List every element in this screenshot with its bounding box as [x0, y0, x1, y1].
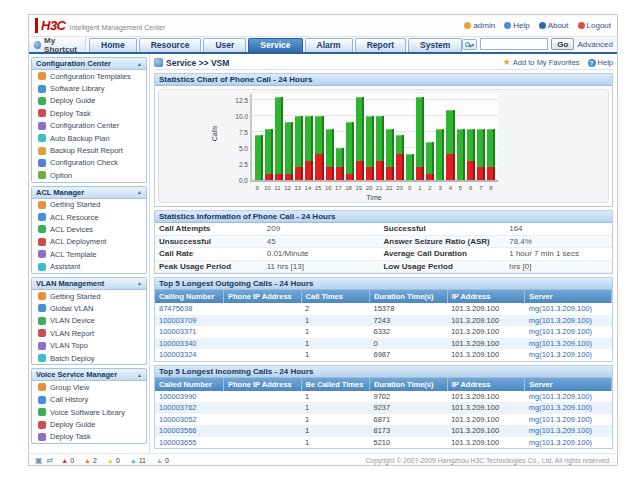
column-header-called-number[interactable]: Called Number — [155, 378, 223, 391]
table-cell: 6987 — [370, 349, 448, 361]
sidebar-item-batch-deploy[interactable]: Batch Deploy — [32, 352, 146, 364]
column-header-call-times[interactable]: Call Times — [301, 290, 369, 303]
search-scope-dropdown[interactable]: ▾ — [462, 39, 477, 50]
bar-hour-15 — [315, 116, 323, 180]
number-link[interactable]: 100003324 — [155, 349, 223, 361]
search-input[interactable] — [480, 38, 548, 50]
server-link[interactable]: mg(101.3.209.100) — [525, 402, 612, 414]
sidebar-item-acl-resource[interactable]: ACL Resource — [32, 211, 146, 223]
sidebar-section-header-acl-manager[interactable]: ACL Manager▲ — [32, 187, 146, 199]
column-header-server[interactable]: Server — [525, 378, 612, 391]
number-link[interactable]: 100003566 — [155, 425, 223, 437]
tab-resource[interactable]: Resource — [139, 38, 202, 52]
sidebar-item-vlan-device[interactable]: VLAN Device — [32, 315, 146, 327]
critical-alarm-indicator[interactable]: ▲0 — [61, 457, 74, 464]
number-link[interactable]: 100003709 — [155, 315, 223, 327]
minor-alarm-indicator[interactable]: ▲0 — [107, 457, 120, 464]
sidebar-item-software-library[interactable]: Software Library — [32, 82, 146, 94]
logout-link[interactable]: Logout — [578, 21, 611, 30]
sidebar-item-deploy-guide[interactable]: Deploy Guide — [32, 95, 146, 107]
sidebar-item-vlan-report[interactable]: VLAN Report — [32, 327, 146, 339]
number-link[interactable]: 100003655 — [155, 437, 223, 449]
column-header-phone-ip-address[interactable]: Phone IP Address — [223, 290, 301, 303]
server-link[interactable]: mg(101.3.209.100) — [525, 303, 612, 315]
tab-alarm[interactable]: Alarm — [305, 38, 353, 52]
column-header-server[interactable]: Server — [525, 290, 612, 303]
sidebar-item-label: Deploy Guide — [50, 96, 95, 105]
sidebar-item-getting-started[interactable]: Getting Started — [32, 199, 146, 211]
server-link[interactable]: mg(101.3.209.100) — [525, 349, 612, 361]
sidebar-item-deploy-task[interactable]: Deploy Task — [32, 431, 146, 443]
sidebar-item-vlan-topo[interactable]: VLAN Topo — [32, 339, 146, 351]
help-link[interactable]: Help — [504, 21, 529, 30]
server-link[interactable]: mg(101.3.209.100) — [525, 338, 612, 350]
server-link[interactable]: mg(101.3.209.100) — [525, 425, 612, 437]
column-header-ip-address[interactable]: IP Address — [447, 290, 525, 303]
major-alarm-indicator[interactable]: ▲2 — [84, 457, 97, 464]
number-link[interactable]: 100003052 — [155, 414, 223, 426]
warning-alarm-indicator[interactable]: ▲11 — [130, 457, 146, 464]
sidebar-item-label: Auto Backup Plan — [50, 134, 110, 143]
number-link[interactable]: 87475638 — [155, 303, 223, 315]
sidebar-item-configuration-templates[interactable]: Configuration Templates — [32, 70, 146, 82]
server-link[interactable]: mg(101.3.209.100) — [525, 437, 612, 449]
number-link[interactable]: 100003371 — [155, 326, 223, 338]
collapse-icon[interactable]: ▲ — [137, 372, 142, 378]
column-header-calling-number[interactable]: Calling Number — [155, 290, 223, 303]
bar-hour-23 — [396, 135, 404, 180]
server-link[interactable]: mg(101.3.209.100) — [525, 414, 612, 426]
server-link[interactable]: mg(101.3.209.100) — [525, 391, 612, 403]
tab-system[interactable]: System — [408, 38, 462, 52]
sidebar-item-assistant[interactable]: Assistant — [32, 260, 146, 272]
sidebar-item-call-history[interactable]: Call History — [32, 394, 146, 406]
collapse-icon[interactable]: ▲ — [137, 280, 142, 286]
configuration-templates-icon — [38, 72, 46, 80]
column-header-phone-ip-address[interactable]: Phone IP Address — [223, 378, 301, 391]
sidebar-item-global-vlan[interactable]: Global VLAN — [32, 302, 146, 314]
tab-user[interactable]: User — [203, 38, 246, 52]
info-alarm-indicator[interactable]: ▲0 — [156, 457, 169, 464]
add-to-favorites-link[interactable]: ★ Add to My Favorites — [503, 58, 580, 67]
sidebar-item-acl-template[interactable]: ACL Template — [32, 248, 146, 260]
number-link[interactable]: 100003340 — [155, 338, 223, 350]
sidebar-item-deploy-guide[interactable]: Deploy Guide — [32, 418, 146, 430]
about-link[interactable]: About — [539, 21, 569, 30]
tab-service[interactable]: Service — [248, 38, 302, 52]
server-link[interactable]: mg(101.3.209.100) — [525, 326, 612, 338]
table-row: 10000376219237101.3.209.100mg(101.3.209.… — [155, 402, 612, 414]
column-header-be-called-times[interactable]: Be Called Times — [301, 378, 369, 391]
sidebar-item-getting-started[interactable]: Getting Started — [32, 290, 146, 302]
sidebar-item-acl-deployment[interactable]: ACL Deployment — [32, 236, 146, 248]
sidebar-item-configuration-center[interactable]: Configuration Center — [32, 120, 146, 132]
sidebar-item-backup-result-report[interactable]: Backup Result Report — [32, 144, 146, 156]
admin-link[interactable]: admin — [464, 21, 495, 30]
server-link[interactable]: mg(101.3.209.100) — [525, 315, 612, 327]
column-header-duration-time-s[interactable]: Duration Time(s) — [370, 290, 448, 303]
sidebar-item-auto-backup-plan[interactable]: Auto Backup Plan — [32, 132, 146, 144]
tab-home[interactable]: Home — [89, 38, 137, 52]
collapse-icon[interactable]: ▲ — [137, 61, 142, 67]
my-shortcut-button[interactable]: My Shortcut — [29, 37, 86, 52]
sidebar-item-group-view[interactable]: Group View — [32, 381, 146, 393]
sidebar-item-deploy-task[interactable]: Deploy Task — [32, 107, 146, 119]
sidebar-item-label: Configuration Center — [50, 121, 119, 130]
unsuccessful-bar-segment — [326, 167, 334, 180]
sidebar-item-option[interactable]: Option — [32, 169, 146, 181]
table-cell: 1 — [301, 349, 369, 361]
sidebar-section-header-vlan-management[interactable]: VLAN Management▲ — [32, 278, 146, 290]
column-header-ip-address[interactable]: IP Address — [447, 378, 525, 391]
page-help-link[interactable]: ? Help — [588, 58, 613, 67]
tab-report[interactable]: Report — [355, 38, 406, 52]
search-go-button[interactable]: Go — [551, 38, 574, 50]
sidebar-item-acl-devices[interactable]: ACL Devices — [32, 223, 146, 235]
search-advanced-link[interactable]: Advanced — [577, 40, 613, 49]
sidebar-section-header-configuration-center[interactable]: Configuration Center▲ — [32, 58, 146, 70]
number-link[interactable]: 100003762 — [155, 402, 223, 414]
successful-bar-segment — [457, 129, 465, 180]
number-link[interactable]: 100003990 — [155, 391, 223, 403]
collapse-icon[interactable]: ▲ — [137, 189, 142, 195]
column-header-duration-time-s[interactable]: Duration Time(s) — [370, 378, 448, 391]
sidebar-item-voice-software-library[interactable]: Voice Software Library — [32, 406, 146, 418]
sidebar-section-header-voice-service-manager[interactable]: Voice Service Manager▲ — [32, 369, 146, 381]
sidebar-item-configuration-check[interactable]: Configuration Check — [32, 157, 146, 169]
